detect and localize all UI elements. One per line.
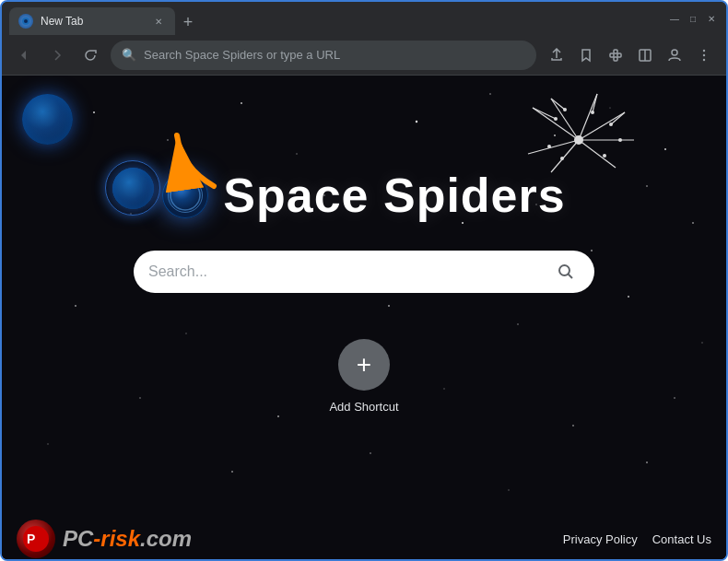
close-button[interactable]: ✕ xyxy=(704,11,719,26)
svg-point-42 xyxy=(370,452,371,454)
minimize-button[interactable]: — xyxy=(667,11,682,26)
svg-point-11 xyxy=(703,58,705,60)
bookmark-icon[interactable] xyxy=(573,42,599,68)
blue-orb-1 xyxy=(22,94,73,145)
svg-point-54 xyxy=(554,117,558,121)
menu-icon[interactable] xyxy=(691,42,717,68)
svg-point-36 xyxy=(277,415,279,417)
svg-line-46 xyxy=(533,108,579,140)
account-icon[interactable] xyxy=(662,42,687,68)
address-text: Search Space Spiders or type a URL xyxy=(144,48,525,62)
refresh-button[interactable] xyxy=(77,42,103,68)
svg-point-10 xyxy=(703,53,705,55)
forward-button[interactable] xyxy=(44,42,70,68)
new-tab-button[interactable]: + xyxy=(175,9,201,35)
svg-rect-3 xyxy=(617,53,621,57)
svg-line-65 xyxy=(611,112,625,124)
tab-favicon xyxy=(18,14,33,29)
svg-line-49 xyxy=(579,112,625,140)
search-placeholder: Search... xyxy=(148,263,543,280)
split-icon[interactable] xyxy=(632,42,658,68)
svg-point-17 xyxy=(489,93,491,95)
svg-text:P: P xyxy=(27,532,35,546)
svg-rect-4 xyxy=(614,50,617,53)
back-button[interactable] xyxy=(11,42,37,68)
svg-point-16 xyxy=(416,121,417,123)
contact-us-link[interactable]: Contact Us xyxy=(652,532,711,546)
toolbar-actions xyxy=(544,42,717,68)
privacy-policy-link[interactable]: Privacy Policy xyxy=(563,532,638,546)
tab-area: New Tab ✕ + xyxy=(9,2,663,35)
pcrisk-icon: P xyxy=(17,520,55,558)
shortcut-section: + Add Shortcut xyxy=(329,339,398,414)
maximize-button[interactable]: □ xyxy=(686,11,700,26)
share-icon[interactable] xyxy=(544,42,569,68)
add-shortcut-button[interactable]: + xyxy=(338,339,390,391)
pcrisk-com: .com xyxy=(140,526,192,552)
pcrisk-risk: -risk xyxy=(93,526,140,552)
svg-point-38 xyxy=(572,425,574,427)
address-bar[interactable]: 🔍 Search Space Spiders or type a URL xyxy=(111,41,536,70)
svg-point-69 xyxy=(559,265,569,275)
svg-point-41 xyxy=(231,471,233,473)
svg-point-44 xyxy=(646,462,648,463)
toolbar: 🔍 Search Space Spiders or type a URL xyxy=(2,35,726,76)
svg-point-60 xyxy=(560,157,564,160)
tab-title: New Tab xyxy=(41,15,144,28)
svg-line-62 xyxy=(533,108,556,119)
main-content: Space Spiders Search... + Add Shortcut xyxy=(2,168,726,414)
svg-point-9 xyxy=(703,49,705,51)
window-controls: — □ ✕ xyxy=(667,11,719,26)
svg-point-40 xyxy=(47,443,48,444)
search-box[interactable]: Search... xyxy=(134,251,594,293)
footer-logo: P PC -risk .com xyxy=(17,520,192,558)
svg-point-43 xyxy=(508,489,509,490)
arrow-indicator xyxy=(163,122,228,199)
tab-close-button[interactable]: ✕ xyxy=(151,14,166,29)
page-footer: P PC -risk .com Privacy Policy Contact U… xyxy=(2,519,726,559)
svg-line-48 xyxy=(579,94,597,140)
active-tab[interactable]: New Tab ✕ xyxy=(9,7,175,35)
shortcut-label: Add Shortcut xyxy=(329,400,398,414)
svg-point-15 xyxy=(296,153,297,154)
svg-point-1 xyxy=(24,19,28,23)
svg-rect-5 xyxy=(614,57,617,61)
svg-point-14 xyxy=(241,102,242,104)
svg-line-53 xyxy=(528,140,579,154)
search-icon: 🔍 xyxy=(122,48,136,62)
brand-title: Space Spiders xyxy=(223,168,565,223)
svg-line-51 xyxy=(579,140,616,168)
svg-point-12 xyxy=(93,111,95,113)
svg-line-70 xyxy=(569,275,573,279)
svg-point-59 xyxy=(603,154,606,158)
pcrisk-pc: PC xyxy=(63,526,93,552)
search-button[interactable] xyxy=(552,258,580,286)
pcrisk-text-logo: PC -risk .com xyxy=(63,526,192,552)
svg-point-20 xyxy=(664,148,666,150)
page-content: Space Spiders Search... + Add Shortcut xyxy=(2,76,726,559)
svg-rect-2 xyxy=(610,53,614,57)
extension-icon[interactable] xyxy=(603,42,628,68)
footer-links: Privacy Policy Contact Us xyxy=(563,532,711,546)
title-bar: New Tab ✕ + — □ ✕ xyxy=(2,2,726,35)
svg-point-58 xyxy=(618,138,622,142)
svg-point-8 xyxy=(672,50,677,55)
browser-frame: New Tab ✕ + — □ ✕ 🔍 Search Space Spiders… xyxy=(0,0,728,561)
svg-point-61 xyxy=(547,145,551,148)
